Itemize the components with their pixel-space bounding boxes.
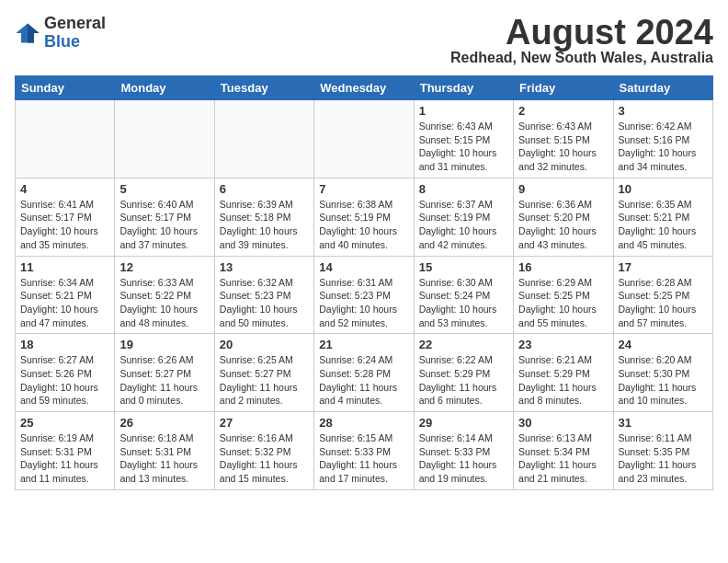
- day-info: Sunrise: 6:11 AM Sunset: 5:35 PM Dayligh…: [619, 431, 708, 486]
- day-info: Sunrise: 6:14 AM Sunset: 5:33 PM Dayligh…: [419, 431, 508, 486]
- day-info: Sunrise: 6:36 AM Sunset: 5:20 PM Dayligh…: [518, 198, 608, 252]
- day-number: 2: [518, 104, 608, 118]
- day-info: Sunrise: 6:39 AM Sunset: 5:18 PM Dayligh…: [220, 198, 309, 252]
- calendar-cell: 6Sunrise: 6:39 AM Sunset: 5:18 PM Daylig…: [214, 178, 313, 256]
- calendar-cell: 16Sunrise: 6:29 AM Sunset: 5:25 PM Dayli…: [514, 256, 613, 334]
- day-number: 19: [119, 338, 209, 351]
- day-info: Sunrise: 6:30 AM Sunset: 5:24 PM Dayligh…: [419, 276, 508, 330]
- day-number: 8: [419, 182, 508, 196]
- day-number: 22: [419, 338, 508, 351]
- calendar-cell: [115, 100, 214, 178]
- calendar-cell: 13Sunrise: 6:32 AM Sunset: 5:23 PM Dayli…: [214, 256, 313, 334]
- day-info: Sunrise: 6:37 AM Sunset: 5:19 PM Dayligh…: [419, 198, 508, 252]
- weekday-header-tuesday: Tuesday: [214, 76, 313, 100]
- calendar-week-1: 1Sunrise: 6:43 AM Sunset: 5:15 PM Daylig…: [16, 100, 713, 178]
- calendar-cell: 31Sunrise: 6:11 AM Sunset: 5:35 PM Dayli…: [613, 412, 712, 490]
- day-info: Sunrise: 6:16 AM Sunset: 5:32 PM Dayligh…: [220, 431, 309, 486]
- calendar-cell: 12Sunrise: 6:33 AM Sunset: 5:22 PM Dayli…: [115, 256, 214, 334]
- calendar-cell: 10Sunrise: 6:35 AM Sunset: 5:21 PM Dayli…: [613, 178, 712, 256]
- day-info: Sunrise: 6:43 AM Sunset: 5:15 PM Dayligh…: [419, 120, 508, 174]
- weekday-header-friday: Friday: [514, 76, 613, 100]
- day-info: Sunrise: 6:43 AM Sunset: 5:15 PM Dayligh…: [518, 120, 608, 174]
- page-header: General Blue August 2024 Redhead, New So…: [15, 15, 713, 66]
- day-info: Sunrise: 6:25 AM Sunset: 5:27 PM Dayligh…: [220, 353, 309, 408]
- day-number: 29: [419, 416, 508, 430]
- calendar-week-2: 4Sunrise: 6:41 AM Sunset: 5:17 PM Daylig…: [16, 178, 713, 256]
- calendar-cell: 23Sunrise: 6:21 AM Sunset: 5:29 PM Dayli…: [514, 334, 613, 412]
- weekday-header-saturday: Saturday: [613, 76, 712, 100]
- day-number: 24: [619, 338, 708, 351]
- day-number: 23: [518, 338, 608, 351]
- weekday-header-thursday: Thursday: [414, 76, 513, 100]
- calendar-cell: 17Sunrise: 6:28 AM Sunset: 5:25 PM Dayli…: [613, 256, 712, 334]
- location-title: Redhead, New South Wales, Australia: [450, 50, 713, 66]
- day-number: 17: [619, 260, 708, 274]
- calendar-cell: 8Sunrise: 6:37 AM Sunset: 5:19 PM Daylig…: [414, 178, 513, 256]
- day-number: 25: [20, 416, 109, 430]
- day-info: Sunrise: 6:33 AM Sunset: 5:22 PM Dayligh…: [119, 276, 209, 330]
- day-info: Sunrise: 6:19 AM Sunset: 5:31 PM Dayligh…: [20, 431, 109, 486]
- day-number: 28: [319, 416, 408, 430]
- calendar-cell: 26Sunrise: 6:18 AM Sunset: 5:31 PM Dayli…: [115, 412, 214, 490]
- logo-general: General: [44, 15, 106, 33]
- day-info: Sunrise: 6:40 AM Sunset: 5:17 PM Dayligh…: [119, 198, 209, 252]
- logo: General Blue: [15, 15, 106, 52]
- day-number: 15: [419, 260, 508, 274]
- logo-blue: Blue: [44, 33, 106, 52]
- calendar-cell: 29Sunrise: 6:14 AM Sunset: 5:33 PM Dayli…: [414, 412, 513, 490]
- calendar-cell: 20Sunrise: 6:25 AM Sunset: 5:27 PM Dayli…: [214, 334, 313, 412]
- calendar-week-4: 18Sunrise: 6:27 AM Sunset: 5:26 PM Dayli…: [16, 334, 713, 412]
- day-info: Sunrise: 6:18 AM Sunset: 5:31 PM Dayligh…: [119, 431, 209, 486]
- day-info: Sunrise: 6:20 AM Sunset: 5:30 PM Dayligh…: [619, 353, 708, 408]
- calendar-header-row: SundayMondayTuesdayWednesdayThursdayFrid…: [16, 76, 713, 100]
- day-number: 10: [619, 182, 708, 196]
- calendar-cell: 5Sunrise: 6:40 AM Sunset: 5:17 PM Daylig…: [115, 178, 214, 256]
- calendar-cell: 27Sunrise: 6:16 AM Sunset: 5:32 PM Dayli…: [214, 412, 313, 490]
- calendar-cell: 2Sunrise: 6:43 AM Sunset: 5:15 PM Daylig…: [514, 100, 613, 178]
- day-number: 9: [518, 182, 608, 196]
- weekday-header-sunday: Sunday: [16, 76, 115, 100]
- calendar-week-3: 11Sunrise: 6:34 AM Sunset: 5:21 PM Dayli…: [16, 256, 713, 334]
- day-number: 13: [220, 260, 309, 274]
- day-number: 16: [518, 260, 608, 274]
- calendar-cell: 24Sunrise: 6:20 AM Sunset: 5:30 PM Dayli…: [613, 334, 712, 412]
- logo-icon: [15, 20, 40, 46]
- day-number: 4: [20, 182, 109, 196]
- day-info: Sunrise: 6:38 AM Sunset: 5:19 PM Dayligh…: [319, 198, 408, 252]
- day-info: Sunrise: 6:27 AM Sunset: 5:26 PM Dayligh…: [20, 353, 109, 408]
- calendar-week-5: 25Sunrise: 6:19 AM Sunset: 5:31 PM Dayli…: [16, 412, 713, 490]
- day-number: 31: [619, 416, 708, 430]
- calendar-cell: 25Sunrise: 6:19 AM Sunset: 5:31 PM Dayli…: [16, 412, 115, 490]
- day-number: 14: [319, 260, 408, 274]
- day-number: 26: [119, 416, 209, 430]
- calendar-cell: 28Sunrise: 6:15 AM Sunset: 5:33 PM Dayli…: [314, 412, 414, 490]
- day-number: 20: [220, 338, 309, 351]
- day-info: Sunrise: 6:15 AM Sunset: 5:33 PM Dayligh…: [319, 431, 408, 486]
- day-number: 6: [220, 182, 309, 196]
- calendar-cell: 21Sunrise: 6:24 AM Sunset: 5:28 PM Dayli…: [314, 334, 414, 412]
- calendar-cell: 7Sunrise: 6:38 AM Sunset: 5:19 PM Daylig…: [314, 178, 414, 256]
- calendar-cell: 30Sunrise: 6:13 AM Sunset: 5:34 PM Dayli…: [514, 412, 613, 490]
- calendar-cell: 3Sunrise: 6:42 AM Sunset: 5:16 PM Daylig…: [613, 100, 712, 178]
- day-number: 27: [220, 416, 309, 430]
- day-number: 21: [319, 338, 408, 351]
- day-number: 3: [619, 104, 708, 118]
- day-info: Sunrise: 6:26 AM Sunset: 5:27 PM Dayligh…: [119, 353, 209, 408]
- calendar-cell: [16, 100, 115, 178]
- calendar-cell: 1Sunrise: 6:43 AM Sunset: 5:15 PM Daylig…: [414, 100, 513, 178]
- logo-text: General Blue: [44, 15, 106, 52]
- day-info: Sunrise: 6:13 AM Sunset: 5:34 PM Dayligh…: [518, 431, 608, 486]
- calendar-cell: 4Sunrise: 6:41 AM Sunset: 5:17 PM Daylig…: [16, 178, 115, 256]
- calendar-cell: [314, 100, 414, 178]
- weekday-header-monday: Monday: [115, 76, 214, 100]
- day-number: 1: [419, 104, 508, 118]
- day-info: Sunrise: 6:28 AM Sunset: 5:25 PM Dayligh…: [619, 276, 708, 330]
- day-info: Sunrise: 6:32 AM Sunset: 5:23 PM Dayligh…: [220, 276, 309, 330]
- calendar-cell: 18Sunrise: 6:27 AM Sunset: 5:26 PM Dayli…: [16, 334, 115, 412]
- day-info: Sunrise: 6:42 AM Sunset: 5:16 PM Dayligh…: [619, 120, 708, 174]
- day-number: 5: [119, 182, 209, 196]
- day-info: Sunrise: 6:24 AM Sunset: 5:28 PM Dayligh…: [319, 353, 408, 408]
- day-number: 18: [20, 338, 109, 351]
- calendar-cell: 19Sunrise: 6:26 AM Sunset: 5:27 PM Dayli…: [115, 334, 214, 412]
- title-block: August 2024 Redhead, New South Wales, Au…: [450, 15, 713, 66]
